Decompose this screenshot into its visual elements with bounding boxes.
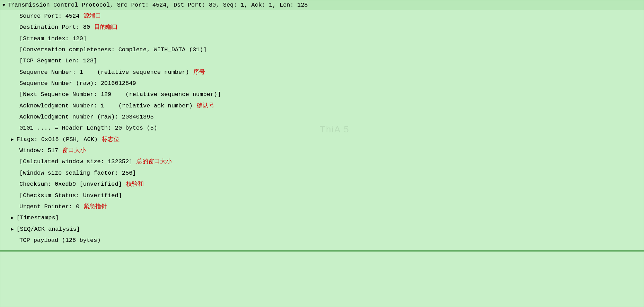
row-label-ack-number-raw: Acknowledgment number (raw): 203401395 bbox=[19, 113, 154, 122]
row-seq-number-raw: Sequence Number (raw): 2016012849 bbox=[0, 78, 644, 89]
tcp-panel: ▼ Transmission Control Protocol, Src Por… bbox=[0, 0, 644, 307]
row-label-timestamps: [Timestamps] bbox=[16, 213, 59, 222]
row-header-length: 0101 .... = Header Length: 20 bytes (5) bbox=[0, 123, 644, 134]
row-label-dest-port: Destination Port: 80 bbox=[19, 23, 90, 32]
tcp-header-row[interactable]: ▼ Transmission Control Protocol, Src Por… bbox=[0, 0, 644, 10]
row-label-source-port: Source Port: 4524 bbox=[19, 12, 79, 21]
row-window-scaling: [Window size scaling factor: 256] bbox=[0, 168, 644, 179]
row-calc-window: [Calculated window size: 132352]总的窗口大小 bbox=[0, 156, 644, 167]
annotation-window: 窗口大小 bbox=[62, 146, 86, 155]
row-checksum: Checksum: 0xedb9 [unverified]校验和 bbox=[0, 179, 644, 190]
collapse-icon[interactable]: ▼ bbox=[2, 2, 5, 8]
row-dest-port: Destination Port: 80目的端口 bbox=[0, 22, 644, 33]
row-next-seq: [Next Sequence Number: 129 (relative seq… bbox=[0, 89, 644, 100]
row-label-tcp-payload: TCP payload (128 bytes) bbox=[19, 236, 101, 245]
row-label-checksum: Checksum: 0xedb9 [unverified] bbox=[19, 180, 122, 189]
row-label-seq-number-raw: Sequence Number (raw): 2016012849 bbox=[19, 79, 136, 88]
row-label-header-length: 0101 .... = Header Length: 20 bytes (5) bbox=[19, 124, 157, 133]
row-source-port: Source Port: 4524源端口 bbox=[0, 11, 644, 22]
row-urgent-pointer: Urgent Pointer: 0紧急指针 bbox=[0, 201, 644, 212]
expand-toggle-timestamps[interactable]: ► bbox=[11, 214, 14, 222]
annotation-urgent-pointer: 紧急指针 bbox=[83, 202, 107, 211]
row-stream-index: [Stream index: 120] bbox=[0, 33, 644, 44]
annotation-calc-window: 总的窗口大小 bbox=[136, 157, 172, 166]
tcp-content: Source Port: 4524源端口Destination Port: 80… bbox=[0, 10, 644, 247]
row-window: Window: 517窗口大小 bbox=[0, 145, 644, 156]
row-label-conversation: [Conversation completeness: Complete, WI… bbox=[19, 45, 207, 54]
row-label-window: Window: 517 bbox=[19, 146, 58, 155]
bottom-bar bbox=[0, 250, 644, 252]
row-seq-ack-analysis[interactable]: ►[SEQ/ACK analysis] bbox=[0, 224, 644, 235]
row-label-ack-number: Acknowledgment Number: 1 (relative ack n… bbox=[19, 102, 193, 111]
row-label-checksum-status: [Checksum Status: Unverified] bbox=[19, 191, 122, 200]
row-conversation: [Conversation completeness: Complete, WI… bbox=[0, 44, 644, 55]
row-label-calc-window: [Calculated window size: 132352] bbox=[19, 157, 132, 166]
annotation-checksum: 校验和 bbox=[126, 180, 144, 189]
annotation-dest-port: 目的端口 bbox=[94, 23, 118, 32]
annotation-source-port: 源端口 bbox=[83, 12, 101, 21]
row-label-seq-ack-analysis: [SEQ/ACK analysis] bbox=[16, 225, 80, 234]
row-label-tcp-segment-len: [TCP Segment Len: 128] bbox=[19, 56, 97, 65]
row-label-window-scaling: [Window size scaling factor: 256] bbox=[19, 169, 136, 178]
row-ack-number: Acknowledgment Number: 1 (relative ack n… bbox=[0, 100, 644, 112]
annotation-ack-number: 确认号 bbox=[197, 102, 214, 111]
row-seq-number: Sequence Number: 1 (relative sequence nu… bbox=[0, 67, 644, 78]
annotation-flags: 标志位 bbox=[102, 135, 120, 144]
row-flags[interactable]: ►Flags: 0x018 (PSH, ACK)标志位 bbox=[0, 134, 644, 145]
expand-toggle-flags[interactable]: ► bbox=[11, 136, 14, 144]
row-ack-number-raw: Acknowledgment number (raw): 203401395 bbox=[0, 112, 644, 123]
row-label-seq-number: Sequence Number: 1 (relative sequence nu… bbox=[19, 68, 189, 77]
row-tcp-segment-len: [TCP Segment Len: 128] bbox=[0, 55, 644, 67]
row-label-urgent-pointer: Urgent Pointer: 0 bbox=[19, 202, 79, 211]
row-label-flags: Flags: 0x018 (PSH, ACK) bbox=[16, 135, 98, 144]
row-label-stream-index: [Stream index: 120] bbox=[19, 34, 87, 43]
tcp-header-text: Transmission Control Protocol, Src Port:… bbox=[7, 2, 308, 8]
row-label-next-seq: [Next Sequence Number: 129 (relative seq… bbox=[19, 90, 221, 99]
row-timestamps[interactable]: ►[Timestamps] bbox=[0, 212, 644, 223]
annotation-seq-number: 序号 bbox=[193, 68, 205, 77]
expand-toggle-seq-ack-analysis[interactable]: ► bbox=[11, 226, 14, 234]
row-checksum-status: [Checksum Status: Unverified] bbox=[0, 190, 644, 201]
row-tcp-payload: TCP payload (128 bytes) bbox=[0, 235, 644, 246]
